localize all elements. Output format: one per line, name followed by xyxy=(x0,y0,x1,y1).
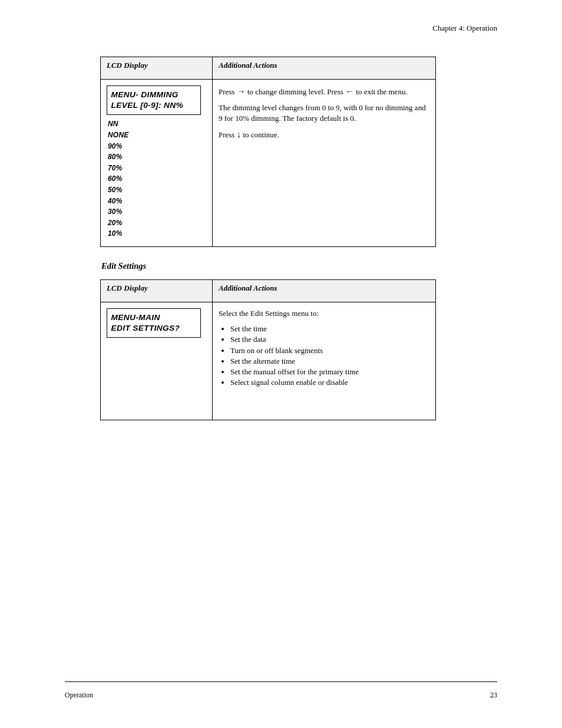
list-item: Set the time xyxy=(230,324,429,334)
footer-left: Operation xyxy=(65,691,93,700)
col-header-action: Additional Actions xyxy=(212,57,435,80)
level-item: 10% xyxy=(107,228,206,239)
list-item: Turn on or off blank segments xyxy=(230,345,429,356)
dimming-table: LCD Display Additional Actions MENU- DIM… xyxy=(100,57,436,247)
action-cell: Select the Edit Settings menu to: Set th… xyxy=(212,302,435,420)
action-para: Press ↓ to continue. xyxy=(219,129,429,141)
lcd-line: MENU- DIMMING xyxy=(111,90,197,100)
arrow-right-icon: → xyxy=(237,87,246,96)
col-header-display: LCD Display xyxy=(101,57,213,80)
list-item: Select signal column enable or disable xyxy=(230,377,429,388)
lcd-line: MENU-MAIN xyxy=(111,312,197,323)
display-cell: MENU-MAIN EDIT SETTINGS? xyxy=(101,302,213,420)
lcd-line: LEVEL [0-9]: NN% xyxy=(111,100,197,111)
lcd-box: MENU- DIMMING LEVEL [0-9]: NN% xyxy=(107,85,201,115)
lcd-sublabel: NN xyxy=(107,118,206,130)
section-title: Edit Settings xyxy=(101,261,497,271)
level-item: 20% xyxy=(107,218,206,229)
list-item: Set the data xyxy=(230,334,429,345)
col-header-action: Additional Actions xyxy=(212,279,435,302)
action-para: The dimming level changes from 0 to 9, w… xyxy=(219,103,429,124)
action-para: Press → to change dimming level. Press ←… xyxy=(219,85,429,98)
edit-settings-table: LCD Display Additional Actions MENU-MAIN… xyxy=(100,279,436,420)
level-item: NONE xyxy=(107,130,206,141)
display-cell: MENU- DIMMING LEVEL [0-9]: NN% NN NONE 9… xyxy=(101,80,213,247)
col-header-display: LCD Display xyxy=(101,279,213,302)
level-item: 80% xyxy=(107,151,206,163)
footer-page-number: 23 xyxy=(490,691,497,700)
lcd-box: MENU-MAIN EDIT SETTINGS? xyxy=(107,308,201,338)
action-para: Select the Edit Settings menu to: xyxy=(219,308,429,319)
list-item: Set the manual offset for the primary ti… xyxy=(230,367,429,377)
chapter-header: Chapter 4: Operation xyxy=(100,24,497,33)
level-item: 40% xyxy=(107,196,206,207)
level-item: 90% xyxy=(107,141,206,152)
level-item: 60% xyxy=(107,173,206,185)
level-item: 50% xyxy=(107,185,206,196)
action-cell: Press → to change dimming level. Press ←… xyxy=(212,80,435,247)
list-item: Set the alternate time xyxy=(230,356,429,367)
lcd-line: EDIT SETTINGS? xyxy=(111,323,197,334)
level-item: 70% xyxy=(107,163,206,174)
level-item: 30% xyxy=(107,206,206,218)
footer-divider xyxy=(65,681,497,682)
arrow-left-icon: ← xyxy=(345,87,354,96)
